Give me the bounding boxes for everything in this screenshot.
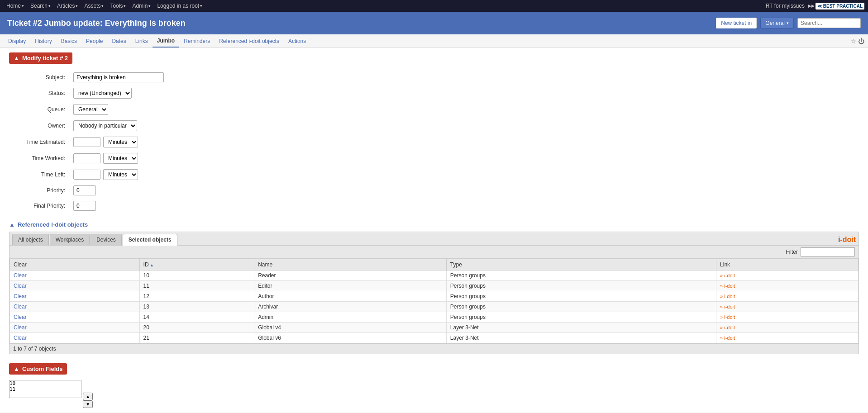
general-button[interactable]: General ▾ — [760, 18, 794, 28]
clear-link-2[interactable]: Clear — [14, 293, 27, 299]
subject-input[interactable] — [73, 72, 164, 82]
table-footer: 1 to 7 of 7 objects — [10, 343, 858, 354]
star-icon[interactable]: ☆ — [850, 38, 856, 45]
tab-all-objects[interactable]: All objects — [12, 234, 49, 245]
col-clear[interactable]: Clear — [10, 259, 140, 271]
filter-input[interactable] — [801, 247, 855, 256]
cell-id-6: 21 — [139, 333, 254, 343]
tab-workplaces[interactable]: Workplaces — [50, 234, 90, 245]
idoit-link-4[interactable]: » i-doit — [720, 314, 735, 320]
time-left-label: Time Left: — [10, 167, 69, 182]
clear-link-3[interactable]: Clear — [14, 304, 27, 310]
nav-articles[interactable]: Articles ▾ — [54, 1, 81, 11]
tab-history[interactable]: History — [30, 35, 56, 47]
final-priority-label: Final Priority: — [10, 199, 69, 213]
idoit-link-2[interactable]: » i-doit — [720, 294, 735, 299]
time-worked-unit[interactable]: Minutes Hours Days — [103, 153, 138, 164]
status-select[interactable]: new (Unchanged) — [73, 88, 132, 99]
time-worked-row: Minutes Hours Days — [73, 153, 854, 164]
bottom-textarea[interactable]: 10 11 — [9, 380, 81, 398]
cell-id-2: 12 — [139, 291, 254, 302]
table-row: Clear 13 Archivar Person groups » i-doit — [10, 302, 858, 312]
header-bar: Ticket #2 Jumbo update: Everything is br… — [0, 12, 868, 34]
time-worked-label: Time Worked: — [10, 151, 69, 166]
idoit-link-6[interactable]: » i-doit — [720, 335, 735, 341]
tab-display[interactable]: Display — [4, 35, 30, 47]
custom-fields-header[interactable]: ▲ Custom Fields — [9, 363, 67, 375]
idoit-link-1[interactable]: » i-doit — [720, 283, 735, 289]
tab-actions[interactable]: Actions — [284, 35, 310, 47]
clear-link-0[interactable]: Clear — [14, 272, 27, 279]
time-worked-input[interactable] — [73, 153, 100, 163]
idoit-link-3[interactable]: » i-doit — [720, 304, 735, 309]
nav-assets[interactable]: Assets ▾ — [81, 1, 106, 11]
nav-tools[interactable]: Tools ▾ — [107, 1, 129, 11]
data-table-container: Filter Clear ID Name Type Link Clear 10 — [9, 245, 859, 354]
tab-devices[interactable]: Devices — [91, 234, 122, 245]
queue-select[interactable]: General — [73, 104, 108, 115]
nav-admin[interactable]: Admin ▾ — [129, 1, 153, 11]
clear-link-4[interactable]: Clear — [14, 314, 27, 320]
table-row: Clear 11 Editor Person groups » i-doit — [10, 281, 858, 291]
idoit-logo-tab: i-doit — [838, 236, 856, 244]
clear-link-1[interactable]: Clear — [14, 283, 27, 289]
nav-home[interactable]: Home ▾ — [4, 1, 27, 11]
clock-icon[interactable]: ⏻ — [858, 38, 864, 45]
ref-collapse-icon: ▲ — [9, 221, 15, 228]
rt-label: RT for myissues — [766, 3, 805, 9]
tab-dates[interactable]: Dates — [107, 35, 130, 47]
final-priority-input[interactable] — [73, 201, 96, 211]
new-ticket-button[interactable]: New ticket in — [716, 18, 757, 28]
cell-type-2: Person groups — [446, 291, 716, 302]
idoit-link-5[interactable]: » i-doit — [720, 325, 735, 330]
nav-search[interactable]: Search ▾ — [28, 1, 53, 11]
nav-logged-in[interactable]: Logged in as root ▾ — [154, 1, 205, 11]
referenced-section: ▲ Referenced I-doit objects All objects … — [9, 221, 859, 354]
subject-label: Subject: — [10, 70, 69, 85]
clear-link-6[interactable]: Clear — [14, 335, 27, 341]
tab-links[interactable]: Links — [131, 35, 153, 47]
table-row: Clear 12 Author Person groups » i-doit — [10, 291, 858, 302]
time-left-unit[interactable]: Minutes Hours Days — [103, 169, 138, 180]
cell-name-1: Editor — [254, 281, 447, 291]
header-search-input[interactable] — [797, 18, 861, 28]
col-id[interactable]: ID — [139, 259, 254, 271]
queue-label: Queue: — [10, 102, 69, 117]
tab-basics[interactable]: Basics — [57, 35, 81, 47]
objects-table: Clear ID Name Type Link Clear 10 Reader … — [10, 259, 858, 343]
tab-jumbo[interactable]: Jumbo — [153, 35, 179, 47]
clear-link-5[interactable]: Clear — [14, 324, 27, 331]
time-estimated-input[interactable] — [73, 137, 100, 147]
referenced-section-header[interactable]: ▲ Referenced I-doit objects — [9, 221, 859, 228]
modify-section-title: Modify ticket # 2 — [22, 55, 68, 62]
tab-selected-objects[interactable]: Selected objects — [123, 234, 177, 246]
filter-label: Filter — [786, 249, 798, 255]
tab-people[interactable]: People — [81, 35, 107, 47]
time-left-input[interactable] — [73, 170, 100, 180]
custom-fields-collapse-icon: ▲ — [14, 366, 19, 372]
cell-id-0: 10 — [139, 271, 254, 281]
col-name[interactable]: Name — [254, 259, 447, 271]
col-type[interactable]: Type — [446, 259, 716, 271]
cell-id-3: 13 — [139, 302, 254, 312]
cell-type-0: Person groups — [446, 271, 716, 281]
scroll-up-button[interactable]: ▲ — [83, 393, 93, 400]
top-navigation: Home ▾ Search ▾ Articles ▾ Assets ▾ Tool… — [0, 0, 868, 12]
idoit-link-0[interactable]: » i-doit — [720, 273, 735, 278]
modify-section-header[interactable]: ▲ Modify ticket # 2 — [9, 52, 72, 64]
sub-navigation: Display History Basics People Dates Link… — [0, 34, 868, 48]
filter-bar: Filter — [10, 246, 858, 259]
cell-name-0: Reader — [254, 271, 447, 281]
tab-reminders[interactable]: Reminders — [179, 35, 215, 47]
cell-id-1: 11 — [139, 281, 254, 291]
time-estimated-unit[interactable]: Minutes Hours Days — [103, 137, 138, 147]
tab-referenced[interactable]: Referenced i-doit objects — [215, 35, 284, 47]
time-left-row: Minutes Hours Days — [73, 169, 854, 180]
priority-label: Priority: — [10, 183, 69, 198]
priority-input[interactable] — [73, 185, 96, 195]
table-row: Clear 21 Global v6 Layer 3-Net » i-doit — [10, 333, 858, 343]
scroll-down-button[interactable]: ▼ — [83, 400, 93, 408]
custom-fields-section: ▲ Custom Fields — [9, 363, 859, 375]
owner-select[interactable]: Nobody in particular — [73, 120, 137, 131]
cell-name-4: Admin — [254, 312, 447, 323]
